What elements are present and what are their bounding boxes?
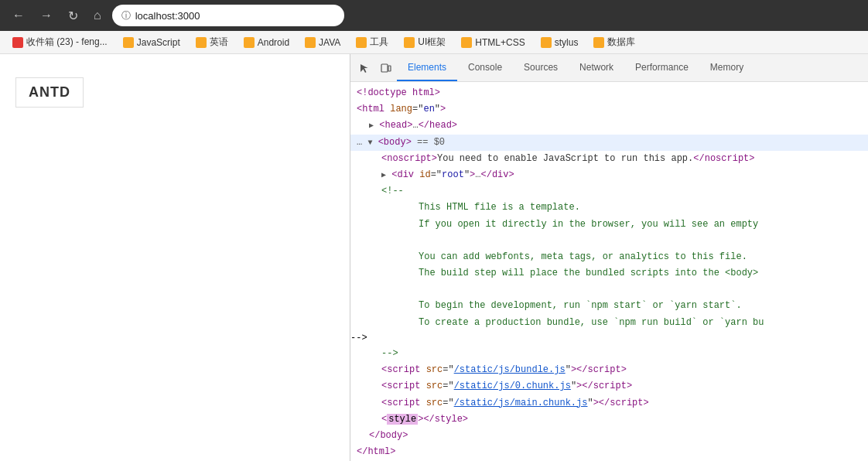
code-line-11: You can add webfonts, meta tags, or anal… [350, 249, 868, 265]
bookmark-htmlcss-label: HTML+CSS [475, 37, 525, 48]
svg-rect-0 [381, 64, 388, 72]
code-line-13 [350, 282, 868, 298]
address-bar: ⓘ localhost:3000 [112, 5, 344, 26]
code-line-15: To create a production bundle, use `npm … [350, 315, 868, 331]
tab-performance[interactable]: Performance [624, 54, 699, 81]
code-line-16: --> [350, 346, 868, 362]
url-text: localhost:3000 [135, 10, 200, 22]
code-line-3: ▶ <head>…</head> [350, 118, 868, 134]
code-line-17: <script src="/static/js/bundle.js"></scr… [350, 362, 868, 378]
lock-icon: ⓘ [121, 9, 131, 22]
code-line-1: <!doctype html> [350, 85, 868, 101]
code-line-20: <style></style> [350, 411, 868, 428]
code-line-21: </body> [350, 428, 868, 444]
reload-button[interactable]: ↻ [63, 5, 83, 26]
bookmark-ying-icon [196, 37, 207, 48]
code-line-9: If you open it directly in the browser, … [350, 217, 868, 233]
code-line-18: <script src="/static/js/0.chunk.js"></sc… [350, 378, 868, 394]
bookmark-tools-icon [356, 37, 367, 48]
devtools-tabs: Elements Console Sources Network Perform… [397, 54, 754, 81]
antd-logo: ANTD [15, 77, 84, 108]
devtools-toolbar: Elements Console Sources Network Perform… [350, 54, 868, 82]
back-button[interactable]: ← [8, 5, 29, 26]
tab-memory[interactable]: Memory [699, 54, 754, 81]
bookmark-htmlcss[interactable]: HTML+CSS [455, 36, 531, 50]
code-line-14: To begin the development, run `npm start… [350, 298, 868, 314]
bookmark-ui-label: UI框架 [418, 36, 446, 49]
devtools-elements-content[interactable]: <!doctype html> <html lang="en"> ▶ <head… [350, 82, 868, 461]
bookmark-tools[interactable]: 工具 [350, 34, 395, 50]
bookmark-ying[interactable]: 英语 [190, 34, 234, 50]
bookmarks-bar: 收件箱 (23) - feng... JavaScript 英语 Android… [0, 31, 868, 54]
code-line-19: <script src="/static/js/main.chunk.js"><… [350, 395, 868, 411]
forward-button[interactable]: → [36, 5, 57, 26]
svg-rect-1 [388, 66, 391, 71]
bookmark-stylus-label: stylus [555, 37, 579, 48]
bookmark-htmlcss-icon [461, 37, 472, 48]
code-line-5: <noscript>You need to enable JavaScript … [350, 151, 868, 167]
browser-top-bar: ← → ↻ ⌂ ⓘ localhost:3000 [0, 0, 868, 31]
home-button[interactable]: ⌂ [89, 5, 106, 26]
selector-icon-button[interactable] [354, 57, 375, 79]
bookmark-ying-label: 英语 [210, 36, 228, 49]
bookmark-android-label: Android [258, 37, 289, 48]
bookmark-db-label: 数据库 [607, 36, 635, 49]
bookmark-stylus[interactable]: stylus [535, 36, 585, 50]
webpage-panel: ANTD [0, 54, 350, 461]
bookmark-db[interactable]: 数据库 [587, 34, 641, 50]
code-line-7: <!-- [350, 183, 868, 200]
bookmark-ui[interactable]: UI框架 [398, 34, 452, 50]
bookmark-db-icon [593, 37, 604, 48]
bookmark-js-label: JavaScript [137, 37, 180, 48]
bookmark-android-icon [244, 37, 255, 48]
code-line-22: </html> [350, 444, 868, 460]
tab-sources[interactable]: Sources [513, 54, 569, 81]
tab-console[interactable]: Console [457, 54, 513, 81]
code-line-2: <html lang="en"> [350, 101, 868, 118]
bookmark-android[interactable]: Android [238, 36, 296, 50]
bookmark-js[interactable]: JavaScript [117, 36, 186, 50]
bookmark-mail-label: 收件箱 (23) - feng... [26, 36, 108, 49]
devtools-panel: Elements Console Sources Network Perform… [350, 54, 868, 461]
code-line-12: The build step will place the bundled sc… [350, 265, 868, 282]
bookmark-ui-icon [404, 37, 415, 48]
bookmark-tools-label: 工具 [370, 36, 388, 49]
bookmark-mail[interactable]: 收件箱 (23) - feng... [6, 34, 114, 50]
code-line-4: … ▼ <body> == $0 [350, 135, 868, 151]
bookmark-stylus-icon [541, 37, 552, 48]
tab-network[interactable]: Network [569, 54, 624, 81]
responsive-icon-button[interactable] [375, 57, 397, 79]
code-line-6: ▶ <div id="root">…</div> [350, 167, 868, 183]
bookmark-java[interactable]: JAVA [299, 36, 347, 50]
main-area: ANTD Elements Console Sources [0, 54, 868, 461]
code-line-8: This HTML file is a template. [350, 200, 868, 216]
tab-elements[interactable]: Elements [397, 54, 457, 81]
bookmark-java-label: JAVA [319, 37, 340, 48]
bookmark-mail-icon [12, 37, 23, 48]
code-line-10 [350, 233, 868, 249]
bookmark-js-icon [123, 37, 134, 48]
bookmark-java-icon [305, 37, 316, 48]
